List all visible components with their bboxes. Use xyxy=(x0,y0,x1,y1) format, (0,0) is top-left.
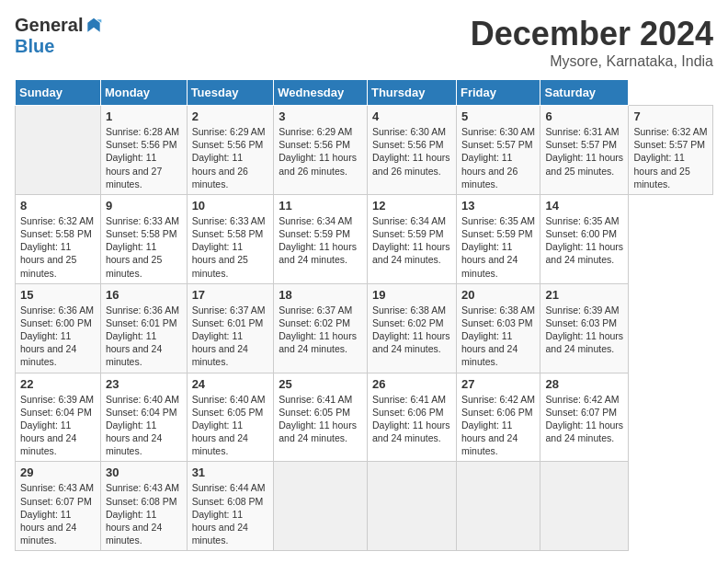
day-number: 19 xyxy=(372,288,451,302)
calendar-cell: 2Sunrise: 6:29 AMSunset: 5:56 PMDaylight… xyxy=(187,106,274,195)
day-number: 15 xyxy=(20,288,96,302)
day-number: 11 xyxy=(279,199,362,213)
calendar-cell: 9Sunrise: 6:33 AMSunset: 5:58 PMDaylight… xyxy=(100,194,187,283)
calendar-cell: 29Sunrise: 6:43 AMSunset: 6:07 PMDayligh… xyxy=(16,462,101,551)
day-info: Sunrise: 6:42 AMSunset: 6:07 PMDaylight:… xyxy=(545,393,623,445)
title-section: December 2024 Mysore, Karnataka, India xyxy=(471,15,713,70)
calendar-cell: 8Sunrise: 6:32 AMSunset: 5:58 PMDaylight… xyxy=(16,194,101,283)
calendar-week-4: 22Sunrise: 6:39 AMSunset: 6:04 PMDayligh… xyxy=(16,373,713,462)
day-number: 29 xyxy=(20,465,96,479)
calendar-cell: 20Sunrise: 6:38 AMSunset: 6:03 PMDayligh… xyxy=(456,283,540,373)
page-header: General Blue December 2024 Mysore, Karna… xyxy=(15,15,713,70)
day-info: Sunrise: 6:32 AMSunset: 5:58 PMDaylight:… xyxy=(20,214,96,280)
day-info: Sunrise: 6:38 AMSunset: 6:03 PMDaylight:… xyxy=(461,304,535,369)
day-info: Sunrise: 6:40 AMSunset: 6:04 PMDaylight:… xyxy=(106,393,182,458)
day-number: 3 xyxy=(279,109,362,123)
day-info: Sunrise: 6:29 AMSunset: 5:56 PMDaylight:… xyxy=(279,125,362,178)
calendar-header-tuesday: Tuesday xyxy=(187,80,274,106)
day-info: Sunrise: 6:30 AMSunset: 5:56 PMDaylight:… xyxy=(372,125,451,178)
day-info: Sunrise: 6:43 AMSunset: 6:08 PMDaylight:… xyxy=(106,481,182,546)
day-info: Sunrise: 6:34 AMSunset: 5:59 PMDaylight:… xyxy=(279,214,362,267)
day-number: 2 xyxy=(192,109,269,123)
calendar-cell: 21Sunrise: 6:39 AMSunset: 6:03 PMDayligh… xyxy=(540,283,629,373)
day-info: Sunrise: 6:35 AMSunset: 5:59 PMDaylight:… xyxy=(461,214,535,280)
calendar-cell: 11Sunrise: 6:34 AMSunset: 5:59 PMDayligh… xyxy=(274,194,368,283)
calendar-cell: 25Sunrise: 6:41 AMSunset: 6:05 PMDayligh… xyxy=(274,373,368,462)
day-number: 13 xyxy=(461,199,535,213)
day-number: 16 xyxy=(106,288,182,302)
calendar-header-thursday: Thursday xyxy=(367,80,456,106)
day-number: 28 xyxy=(545,377,623,391)
day-number: 14 xyxy=(545,199,623,213)
calendar-week-5: 29Sunrise: 6:43 AMSunset: 6:07 PMDayligh… xyxy=(16,462,713,551)
day-number: 7 xyxy=(633,109,708,123)
day-info: Sunrise: 6:41 AMSunset: 6:05 PMDaylight:… xyxy=(279,393,362,445)
day-number: 25 xyxy=(279,377,362,391)
day-info: Sunrise: 6:34 AMSunset: 5:59 PMDaylight:… xyxy=(372,214,451,267)
calendar-cell: 12Sunrise: 6:34 AMSunset: 5:59 PMDayligh… xyxy=(367,194,456,283)
day-number: 18 xyxy=(279,288,362,302)
day-number: 20 xyxy=(461,288,535,302)
calendar-week-2: 8Sunrise: 6:32 AMSunset: 5:58 PMDaylight… xyxy=(16,194,713,283)
calendar-table: SundayMondayTuesdayWednesdayThursdayFrid… xyxy=(15,79,713,551)
calendar-cell: 13Sunrise: 6:35 AMSunset: 5:59 PMDayligh… xyxy=(456,194,540,283)
calendar-header-monday: Monday xyxy=(100,80,187,106)
day-info: Sunrise: 6:30 AMSunset: 5:57 PMDaylight:… xyxy=(461,125,535,190)
calendar-cell: 28Sunrise: 6:42 AMSunset: 6:07 PMDayligh… xyxy=(540,373,629,462)
calendar-cell xyxy=(456,462,540,551)
day-number: 26 xyxy=(372,377,451,391)
day-info: Sunrise: 6:29 AMSunset: 5:56 PMDaylight:… xyxy=(192,125,269,190)
day-info: Sunrise: 6:36 AMSunset: 6:01 PMDaylight:… xyxy=(106,304,182,369)
calendar-cell: 15Sunrise: 6:36 AMSunset: 6:00 PMDayligh… xyxy=(16,283,101,373)
calendar-cell: 5Sunrise: 6:30 AMSunset: 5:57 PMDaylight… xyxy=(456,106,540,195)
subtitle: Mysore, Karnataka, India xyxy=(471,53,713,70)
calendar-header-row: SundayMondayTuesdayWednesdayThursdayFrid… xyxy=(16,80,713,106)
calendar-header-friday: Friday xyxy=(456,80,540,106)
day-info: Sunrise: 6:33 AMSunset: 5:58 PMDaylight:… xyxy=(192,214,269,280)
day-number: 21 xyxy=(545,288,623,302)
day-info: Sunrise: 6:31 AMSunset: 5:57 PMDaylight:… xyxy=(545,125,623,178)
calendar-cell: 27Sunrise: 6:42 AMSunset: 6:06 PMDayligh… xyxy=(456,373,540,462)
day-info: Sunrise: 6:32 AMSunset: 5:57 PMDaylight:… xyxy=(633,125,708,190)
calendar-cell: 16Sunrise: 6:36 AMSunset: 6:01 PMDayligh… xyxy=(100,283,187,373)
calendar-cell: 7Sunrise: 6:32 AMSunset: 5:57 PMDaylight… xyxy=(629,106,713,195)
calendar-header-wednesday: Wednesday xyxy=(274,80,368,106)
calendar-header-sunday: Sunday xyxy=(16,80,101,106)
day-info: Sunrise: 6:41 AMSunset: 6:06 PMDaylight:… xyxy=(372,393,451,445)
logo-blue-text: Blue xyxy=(15,36,54,57)
day-info: Sunrise: 6:44 AMSunset: 6:08 PMDaylight:… xyxy=(192,481,269,546)
calendar-cell xyxy=(274,462,368,551)
day-number: 23 xyxy=(106,377,182,391)
calendar-cell: 18Sunrise: 6:37 AMSunset: 6:02 PMDayligh… xyxy=(274,283,368,373)
day-info: Sunrise: 6:35 AMSunset: 6:00 PMDaylight:… xyxy=(545,214,623,267)
day-info: Sunrise: 6:40 AMSunset: 6:05 PMDaylight:… xyxy=(192,393,269,458)
day-info: Sunrise: 6:39 AMSunset: 6:04 PMDaylight:… xyxy=(20,393,96,458)
day-number: 17 xyxy=(192,288,269,302)
day-number: 1 xyxy=(106,109,182,123)
calendar-cell: 26Sunrise: 6:41 AMSunset: 6:06 PMDayligh… xyxy=(367,373,456,462)
calendar-cell: 14Sunrise: 6:35 AMSunset: 6:00 PMDayligh… xyxy=(540,194,629,283)
day-number: 27 xyxy=(461,377,535,391)
calendar-week-3: 15Sunrise: 6:36 AMSunset: 6:00 PMDayligh… xyxy=(16,283,713,373)
day-number: 12 xyxy=(372,199,451,213)
day-info: Sunrise: 6:37 AMSunset: 6:01 PMDaylight:… xyxy=(192,304,269,369)
calendar-cell: 23Sunrise: 6:40 AMSunset: 6:04 PMDayligh… xyxy=(100,373,187,462)
calendar-cell: 4Sunrise: 6:30 AMSunset: 5:56 PMDaylight… xyxy=(367,106,456,195)
calendar-cell: 30Sunrise: 6:43 AMSunset: 6:08 PMDayligh… xyxy=(100,462,187,551)
calendar-week-1: 1Sunrise: 6:28 AMSunset: 5:56 PMDaylight… xyxy=(16,106,713,195)
calendar-cell: 10Sunrise: 6:33 AMSunset: 5:58 PMDayligh… xyxy=(187,194,274,283)
day-info: Sunrise: 6:33 AMSunset: 5:58 PMDaylight:… xyxy=(106,214,182,280)
day-number: 5 xyxy=(461,109,535,123)
calendar-cell xyxy=(16,106,101,195)
logo-general-text: General xyxy=(15,15,83,36)
calendar-cell: 24Sunrise: 6:40 AMSunset: 6:05 PMDayligh… xyxy=(187,373,274,462)
day-number: 10 xyxy=(192,199,269,213)
calendar-cell: 22Sunrise: 6:39 AMSunset: 6:04 PMDayligh… xyxy=(16,373,101,462)
calendar-cell: 17Sunrise: 6:37 AMSunset: 6:01 PMDayligh… xyxy=(187,283,274,373)
day-info: Sunrise: 6:39 AMSunset: 6:03 PMDaylight:… xyxy=(545,304,623,356)
day-number: 9 xyxy=(106,199,182,213)
day-info: Sunrise: 6:36 AMSunset: 6:00 PMDaylight:… xyxy=(20,304,96,369)
calendar-cell: 31Sunrise: 6:44 AMSunset: 6:08 PMDayligh… xyxy=(187,462,274,551)
calendar-cell: 6Sunrise: 6:31 AMSunset: 5:57 PMDaylight… xyxy=(540,106,629,195)
logo-icon xyxy=(85,17,103,35)
